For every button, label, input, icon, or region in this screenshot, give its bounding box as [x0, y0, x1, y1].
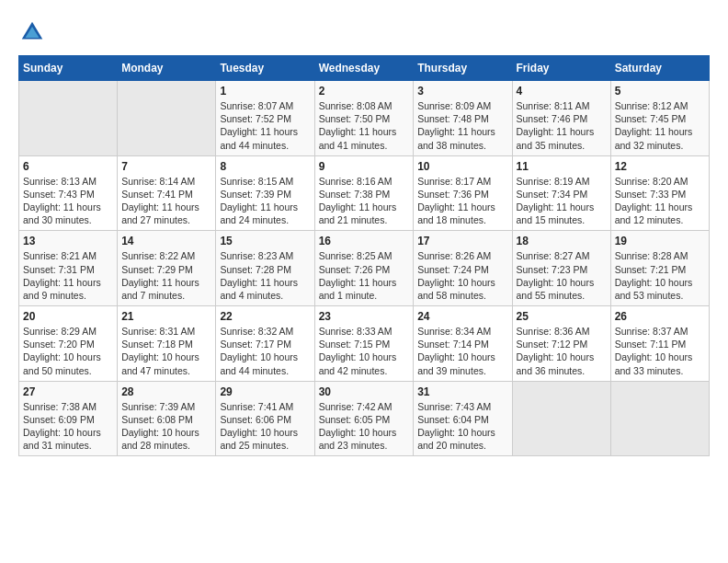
day-info: Sunrise: 8:31 AM Sunset: 7:18 PM Dayligh… [121, 325, 211, 377]
day-number: 29 [220, 385, 310, 398]
day-number: 26 [615, 310, 705, 323]
day-info: Sunrise: 8:33 AM Sunset: 7:15 PM Dayligh… [319, 325, 410, 377]
calendar-cell: 15Sunrise: 8:23 AM Sunset: 7:28 PM Dayli… [216, 231, 314, 306]
day-number: 19 [615, 235, 705, 247]
day-number: 17 [417, 235, 507, 247]
weekday-header: Tuesday [216, 56, 314, 81]
calendar-cell: 17Sunrise: 8:26 AM Sunset: 7:24 PM Dayli… [414, 231, 512, 306]
calendar-week-row: 6Sunrise: 8:13 AM Sunset: 7:43 PM Daylig… [19, 155, 710, 231]
weekday-row: SundayMondayTuesdayWednesdayThursdayFrid… [19, 56, 710, 81]
calendar-cell [19, 81, 118, 156]
day-number: 22 [220, 310, 310, 323]
calendar-header: SundayMondayTuesdayWednesdayThursdayFrid… [19, 56, 710, 81]
day-info: Sunrise: 7:43 AM Sunset: 6:04 PM Dayligh… [417, 400, 507, 453]
day-number: 11 [517, 160, 607, 173]
day-number: 5 [615, 85, 705, 98]
calendar-cell: 19Sunrise: 8:28 AM Sunset: 7:21 PM Dayli… [610, 231, 709, 306]
day-info: Sunrise: 8:15 AM Sunset: 7:39 PM Dayligh… [220, 175, 310, 227]
calendar-cell: 7Sunrise: 8:14 AM Sunset: 7:41 PM Daylig… [118, 155, 216, 231]
calendar-cell: 23Sunrise: 8:33 AM Sunset: 7:15 PM Dayli… [314, 306, 414, 382]
day-number: 24 [417, 310, 507, 323]
day-info: Sunrise: 8:20 AM Sunset: 7:33 PM Dayligh… [615, 175, 705, 227]
calendar-week-row: 13Sunrise: 8:21 AM Sunset: 7:31 PM Dayli… [19, 231, 710, 306]
calendar-cell: 8Sunrise: 8:15 AM Sunset: 7:39 PM Daylig… [216, 155, 314, 231]
day-info: Sunrise: 7:41 AM Sunset: 6:06 PM Dayligh… [220, 400, 310, 453]
day-info: Sunrise: 8:07 AM Sunset: 7:52 PM Dayligh… [220, 99, 310, 152]
day-number: 9 [319, 160, 410, 173]
day-info: Sunrise: 8:22 AM Sunset: 7:29 PM Dayligh… [121, 249, 211, 302]
calendar-cell [118, 81, 216, 156]
day-number: 7 [121, 160, 211, 173]
day-number: 1 [220, 85, 310, 98]
day-info: Sunrise: 8:25 AM Sunset: 7:26 PM Dayligh… [319, 249, 410, 302]
calendar-cell: 28Sunrise: 7:39 AM Sunset: 6:08 PM Dayli… [118, 381, 216, 456]
calendar-cell: 9Sunrise: 8:16 AM Sunset: 7:38 PM Daylig… [314, 155, 414, 231]
weekday-header: Sunday [19, 56, 118, 81]
calendar-cell: 27Sunrise: 7:38 AM Sunset: 6:09 PM Dayli… [19, 381, 118, 456]
day-info: Sunrise: 8:21 AM Sunset: 7:31 PM Dayligh… [23, 249, 113, 302]
calendar-week-row: 20Sunrise: 8:29 AM Sunset: 7:20 PM Dayli… [19, 306, 710, 382]
day-number: 18 [517, 235, 607, 247]
day-info: Sunrise: 8:26 AM Sunset: 7:24 PM Dayligh… [417, 249, 507, 302]
calendar-cell: 18Sunrise: 8:27 AM Sunset: 7:23 PM Dayli… [512, 231, 610, 306]
calendar-table: SundayMondayTuesdayWednesdayThursdayFrid… [18, 55, 710, 456]
calendar-cell: 12Sunrise: 8:20 AM Sunset: 7:33 PM Dayli… [610, 155, 709, 231]
weekday-header: Saturday [610, 56, 709, 81]
calendar-cell: 11Sunrise: 8:19 AM Sunset: 7:34 PM Dayli… [512, 155, 610, 231]
calendar-cell: 1Sunrise: 8:07 AM Sunset: 7:52 PM Daylig… [216, 81, 314, 156]
weekday-header: Monday [118, 56, 216, 81]
day-info: Sunrise: 8:08 AM Sunset: 7:50 PM Dayligh… [319, 99, 410, 152]
calendar-cell [512, 381, 610, 456]
day-info: Sunrise: 8:17 AM Sunset: 7:36 PM Dayligh… [417, 175, 507, 227]
calendar-cell: 2Sunrise: 8:08 AM Sunset: 7:50 PM Daylig… [314, 81, 414, 156]
calendar-cell: 20Sunrise: 8:29 AM Sunset: 7:20 PM Dayli… [19, 306, 118, 382]
day-number: 12 [615, 160, 705, 173]
day-number: 31 [417, 385, 507, 398]
day-number: 14 [121, 235, 211, 247]
calendar-body: 1Sunrise: 8:07 AM Sunset: 7:52 PM Daylig… [19, 81, 710, 456]
calendar-cell: 31Sunrise: 7:43 AM Sunset: 6:04 PM Dayli… [414, 381, 512, 456]
calendar-cell: 21Sunrise: 8:31 AM Sunset: 7:18 PM Dayli… [118, 306, 216, 382]
calendar-cell: 5Sunrise: 8:12 AM Sunset: 7:45 PM Daylig… [610, 81, 709, 156]
page-header [18, 18, 710, 46]
weekday-header: Friday [512, 56, 610, 81]
day-info: Sunrise: 7:42 AM Sunset: 6:05 PM Dayligh… [319, 400, 410, 453]
day-info: Sunrise: 8:32 AM Sunset: 7:17 PM Dayligh… [220, 325, 310, 377]
day-number: 15 [220, 235, 310, 247]
day-number: 10 [417, 160, 507, 173]
day-info: Sunrise: 8:36 AM Sunset: 7:12 PM Dayligh… [517, 325, 607, 377]
calendar-cell: 16Sunrise: 8:25 AM Sunset: 7:26 PM Dayli… [314, 231, 414, 306]
calendar-cell: 3Sunrise: 8:09 AM Sunset: 7:48 PM Daylig… [414, 81, 512, 156]
day-number: 4 [517, 85, 607, 98]
day-info: Sunrise: 8:23 AM Sunset: 7:28 PM Dayligh… [220, 249, 310, 302]
calendar-cell: 4Sunrise: 8:11 AM Sunset: 7:46 PM Daylig… [512, 81, 610, 156]
day-info: Sunrise: 8:13 AM Sunset: 7:43 PM Dayligh… [23, 175, 113, 227]
calendar-cell [610, 381, 709, 456]
day-info: Sunrise: 8:29 AM Sunset: 7:20 PM Dayligh… [23, 325, 113, 377]
calendar-cell: 30Sunrise: 7:42 AM Sunset: 6:05 PM Dayli… [314, 381, 414, 456]
day-number: 30 [319, 385, 410, 398]
calendar-cell: 13Sunrise: 8:21 AM Sunset: 7:31 PM Dayli… [19, 231, 118, 306]
calendar-cell: 24Sunrise: 8:34 AM Sunset: 7:14 PM Dayli… [414, 306, 512, 382]
weekday-header: Thursday [414, 56, 512, 81]
calendar-week-row: 1Sunrise: 8:07 AM Sunset: 7:52 PM Daylig… [19, 81, 710, 156]
logo [18, 18, 48, 46]
day-number: 6 [23, 160, 113, 173]
calendar-cell: 29Sunrise: 7:41 AM Sunset: 6:06 PM Dayli… [216, 381, 314, 456]
day-info: Sunrise: 8:34 AM Sunset: 7:14 PM Dayligh… [417, 325, 507, 377]
day-number: 25 [517, 310, 607, 323]
day-number: 3 [417, 85, 507, 98]
day-info: Sunrise: 8:16 AM Sunset: 7:38 PM Dayligh… [319, 175, 410, 227]
calendar-cell: 25Sunrise: 8:36 AM Sunset: 7:12 PM Dayli… [512, 306, 610, 382]
day-number: 20 [23, 310, 113, 323]
logo-icon [18, 18, 46, 46]
weekday-header: Wednesday [314, 56, 414, 81]
day-number: 16 [319, 235, 410, 247]
day-number: 27 [23, 385, 113, 398]
calendar-cell: 6Sunrise: 8:13 AM Sunset: 7:43 PM Daylig… [19, 155, 118, 231]
day-info: Sunrise: 7:39 AM Sunset: 6:08 PM Dayligh… [121, 400, 211, 453]
day-info: Sunrise: 8:12 AM Sunset: 7:45 PM Dayligh… [615, 99, 705, 152]
day-info: Sunrise: 8:19 AM Sunset: 7:34 PM Dayligh… [517, 175, 607, 227]
calendar-week-row: 27Sunrise: 7:38 AM Sunset: 6:09 PM Dayli… [19, 381, 710, 456]
day-info: Sunrise: 8:14 AM Sunset: 7:41 PM Dayligh… [121, 175, 211, 227]
